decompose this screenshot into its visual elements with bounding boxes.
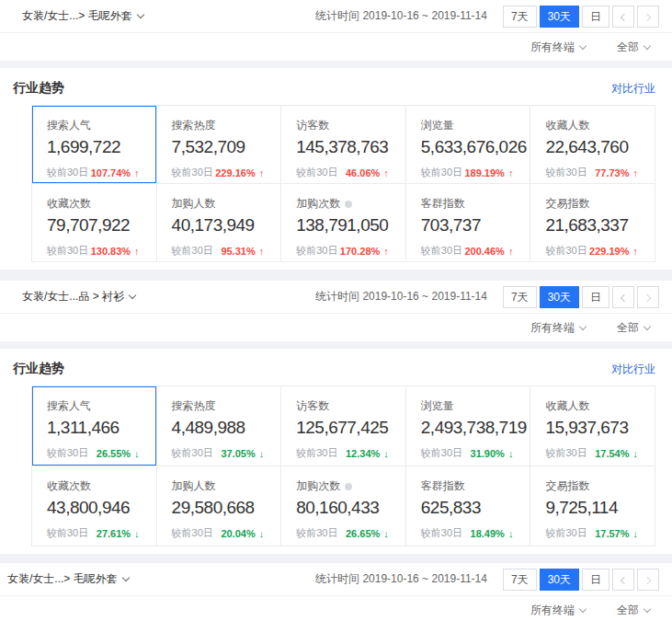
metric-label: 客群指数 <box>421 478 465 494</box>
metric-card[interactable]: 加购次数 138,791,050 较前30日 170.28% <box>281 184 406 262</box>
change-value: 107.74% <box>91 167 131 178</box>
compare-industry-link[interactable]: 对比行业 <box>611 81 655 97</box>
metric-card[interactable]: 搜索热度 4,489,988 较前30日 37.05% <box>157 386 282 466</box>
terminal-filter-dropdown[interactable]: 所有终端 <box>530 320 586 336</box>
metric-card[interactable]: 加购次数 80,160,433 较前30日 26.65% <box>281 466 406 546</box>
metric-footer: 较前30日 17.54% <box>545 446 645 460</box>
metric-card[interactable]: 加购人数 29,580,668 较前30日 20.04% <box>157 466 282 546</box>
range-30d-button[interactable]: 30天 <box>540 569 579 591</box>
metric-grid: 搜索人气 1,699,722 较前30日 107.74% 搜索热度 7,53 <box>31 105 655 262</box>
metric-card[interactable]: 搜索人气 1,311,466 较前30日 26.55% <box>32 386 157 466</box>
metric-footer: 较前30日 26.55% <box>47 446 147 460</box>
breadcrumb-category[interactable]: 女装/女士...品 > 衬衫 <box>22 289 135 305</box>
metric-card[interactable]: 浏览量 5,633,676,026 较前30日 189.19% <box>406 106 531 184</box>
metric-label: 访客数 <box>296 118 329 133</box>
metric-card[interactable]: 客群指数 625,833 较前30日 18.49% <box>406 466 531 546</box>
metric-card[interactable]: 搜索热度 7,532,709 较前30日 229.16% <box>157 106 282 184</box>
range-day-button[interactable]: 日 <box>582 569 609 591</box>
metric-card[interactable]: 客群指数 703,737 较前30日 200.46% <box>406 184 531 262</box>
metric-grid: 搜索人气 1,311,466 较前30日 26.55% 搜索热度 4,489 <box>31 385 655 546</box>
range-30d-button[interactable]: 30天 <box>540 286 579 308</box>
metric-label: 收藏次数 <box>47 478 91 494</box>
terminal-filter-label: 所有终端 <box>530 321 575 334</box>
metric-card[interactable]: 收藏次数 79,707,922 较前30日 130.83% <box>32 184 157 262</box>
metric-value: 80,160,433 <box>296 498 396 518</box>
metric-card[interactable]: 收藏人数 15,937,673 较前30日 17.54% <box>530 386 655 466</box>
metric-card[interactable]: 浏览量 2,493,738,719 较前30日 31.90% <box>406 386 531 466</box>
metric-value: 29,580,668 <box>172 498 272 518</box>
metric-card[interactable]: 访客数 145,378,763 较前30日 46.06% <box>281 106 406 184</box>
metric-footer: 较前30日 229.19% <box>545 244 645 258</box>
range-button-group: 7天 30天 日 <box>500 569 659 591</box>
panel-title: 行业趋势 <box>13 361 64 377</box>
metric-footer: 较前30日 77.73% <box>545 166 645 179</box>
metric-label-row: 浏览量 <box>421 118 521 133</box>
chevron-left-icon <box>621 576 628 583</box>
compare-industry-link[interactable]: 对比行业 <box>611 362 655 377</box>
range-7d-button[interactable]: 7天 <box>503 286 537 308</box>
terminal-filter-dropdown[interactable]: 所有终端 <box>530 603 586 618</box>
breadcrumb-category[interactable]: 女装/女士...> 毛呢外套 <box>7 571 129 587</box>
prev-period-button[interactable] <box>612 569 634 591</box>
compare-period-label: 较前30日 <box>421 526 462 540</box>
metric-label: 交易指数 <box>545 478 589 494</box>
stat-time-label: 统计时间 2019-10-16 ~ 2019-11-14 <box>315 289 487 305</box>
chevron-right-icon <box>644 293 651 301</box>
breadcrumb-category[interactable]: 女装/女士...> 毛呢外套 <box>22 8 143 24</box>
prev-period-button[interactable] <box>612 6 634 28</box>
range-7d-button[interactable]: 7天 <box>503 6 537 28</box>
next-period-button[interactable] <box>637 6 659 28</box>
range-7d-button[interactable]: 7天 <box>503 569 537 591</box>
scope-filter-dropdown[interactable]: 全部 <box>617 320 650 336</box>
trend-arrow-icon <box>383 448 389 459</box>
metric-card[interactable]: 访客数 125,677,425 较前30日 12.34% <box>281 386 406 466</box>
next-period-button[interactable] <box>637 286 659 308</box>
toolbar-middle-row: 女装/女士...品 > 衬衫 统计时间 2019-10-16 ~ 2019-11… <box>0 281 672 314</box>
metric-footer: 较前30日 107.74% <box>47 166 147 179</box>
scope-filter-dropdown[interactable]: 全部 <box>617 40 650 55</box>
next-period-button[interactable] <box>637 569 659 591</box>
change-percent: 37.05% <box>221 448 264 459</box>
prev-period-button[interactable] <box>612 286 634 308</box>
range-day-button[interactable]: 日 <box>582 286 609 308</box>
chevron-down-icon <box>136 11 143 18</box>
chevron-left-icon <box>621 293 628 301</box>
metric-value: 138,791,050 <box>296 215 396 236</box>
metric-footer: 较前30日 189.19% <box>421 166 521 179</box>
metric-card[interactable]: 搜索人气 1,699,722 较前30日 107.74% <box>32 106 157 184</box>
metric-card[interactable]: 交易指数 9,725,114 较前30日 17.57% <box>530 466 655 546</box>
change-value: 31.90% <box>471 448 505 459</box>
trend-arrow-icon <box>259 167 265 178</box>
trend-arrow-icon <box>508 246 514 257</box>
metric-value: 1,699,722 <box>47 137 147 157</box>
range-30d-button[interactable]: 30天 <box>540 6 579 28</box>
change-percent: 189.19% <box>464 167 513 178</box>
compare-period-label: 较前30日 <box>545 244 587 258</box>
range-day-button[interactable]: 日 <box>582 6 609 28</box>
change-value: 46.06% <box>346 167 380 178</box>
toolbar-bottom-row: 女装/女士...> 毛呢外套 统计时间 2019-10-16 ~ 2019-11… <box>0 563 672 596</box>
metric-label-row: 收藏人数 <box>545 398 645 414</box>
filter-row: 所有终端 全部 <box>0 314 672 341</box>
metric-card[interactable]: 加购人数 40,173,949 较前30日 95.31% <box>157 184 282 262</box>
change-value: 26.55% <box>97 448 131 459</box>
metric-card[interactable]: 收藏人数 22,643,760 较前30日 77.73% <box>530 106 655 184</box>
metric-card[interactable]: 交易指数 21,683,337 较前30日 229.19% <box>530 184 655 262</box>
scope-filter-dropdown[interactable]: 全部 <box>617 603 650 618</box>
trend-arrow-icon <box>508 167 514 178</box>
change-value: 27.61% <box>97 528 131 539</box>
metric-footer: 较前30日 31.90% <box>421 446 521 460</box>
metric-footer: 较前30日 37.05% <box>172 446 272 460</box>
metric-card[interactable]: 收藏次数 43,800,946 较前30日 27.61% <box>32 466 157 546</box>
metric-footer: 较前30日 170.28% <box>296 244 396 258</box>
metric-footer: 较前30日 200.46% <box>421 244 521 258</box>
metric-footer: 较前30日 17.57% <box>545 526 645 540</box>
chevron-right-icon <box>644 576 651 583</box>
metric-label: 收藏人数 <box>545 118 589 133</box>
terminal-filter-dropdown[interactable]: 所有终端 <box>530 40 586 55</box>
date-controls: 统计时间 2019-10-16 ~ 2019-11-14 7天 30天 日 <box>315 286 659 308</box>
change-percent: 107.74% <box>91 167 140 178</box>
compare-period-label: 较前30日 <box>421 446 462 460</box>
change-percent: 18.49% <box>471 528 514 539</box>
date-controls: 统计时间 2019-10-16 ~ 2019-11-14 7天 30天 日 <box>315 6 659 28</box>
